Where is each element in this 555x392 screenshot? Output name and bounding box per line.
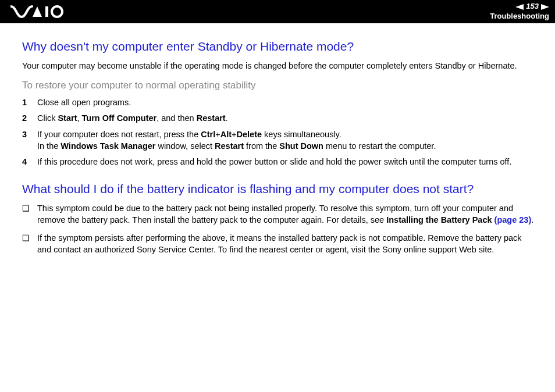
step-body: Close all open programs. — [37, 97, 538, 109]
step-number: 1 — [22, 97, 37, 109]
bullet-body: This symptom could be due to the battery… — [37, 203, 538, 226]
step-item: 2 Click Start, Turn Off Computer, and th… — [22, 113, 538, 124]
step-number: 3 — [22, 129, 37, 152]
step-item: 1 Close all open programs. — [22, 97, 538, 109]
next-page-arrow-icon[interactable] — [541, 4, 549, 10]
bullet-item: ❑ This symptom could be due to the batte… — [22, 203, 538, 226]
section-label: Troubleshooting — [490, 12, 549, 22]
page-content: Why doesn't my computer enter Standby or… — [0, 23, 555, 268]
page-nav: 153 Troubleshooting — [490, 2, 549, 22]
header-bar: 153 Troubleshooting — [0, 0, 555, 23]
question-heading-2: What should I do if the battery indicato… — [22, 181, 538, 197]
step-body: If this procedure does not work, press a… — [37, 156, 538, 168]
steps-list: 1 Close all open programs. 2 Click Start… — [22, 97, 538, 168]
question-heading-1: Why doesn't my computer enter Standby or… — [22, 38, 538, 55]
bullet-body: If the symptom persists after performing… — [37, 233, 538, 255]
step-number: 2 — [22, 113, 37, 124]
step-body: Click Start, Turn Off Computer, and then… — [37, 113, 538, 124]
bullet-list: ❑ This symptom could be due to the batte… — [22, 203, 538, 255]
step-item: 4 If this procedure does not work, press… — [22, 156, 538, 168]
bullet-icon: ❑ — [22, 203, 37, 226]
svg-point-1 — [52, 6, 62, 17]
page-number: 153 — [526, 2, 539, 12]
page-link[interactable]: (page 23) — [494, 215, 532, 224]
step-body: If your computer does not restart, press… — [37, 129, 538, 152]
intro-paragraph: Your computer may become unstable if the… — [22, 60, 538, 72]
vaio-logo — [10, 5, 64, 18]
sub-heading: To restore your computer to normal opera… — [22, 79, 538, 92]
step-number: 4 — [22, 156, 37, 168]
svg-marker-2 — [515, 4, 524, 10]
svg-marker-3 — [541, 4, 549, 10]
bullet-icon: ❑ — [22, 233, 37, 255]
svg-rect-0 — [45, 6, 48, 17]
bullet-item: ❑ If the symptom persists after performi… — [22, 233, 538, 255]
step-item: 3 If your computer does not restart, pre… — [22, 129, 538, 152]
prev-page-arrow-icon[interactable] — [515, 4, 524, 10]
